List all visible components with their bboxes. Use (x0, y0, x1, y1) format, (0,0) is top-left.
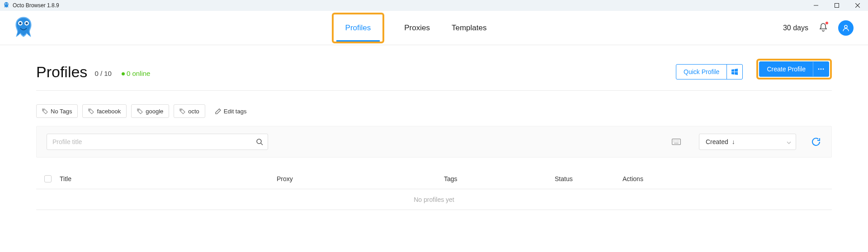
table-header-row: Title Proxy Tags Status Actions (36, 168, 832, 189)
sort-direction-icon: ↓ (732, 138, 735, 145)
refresh-button[interactable] (811, 136, 821, 147)
tag-chip-facebook[interactable]: facebook (82, 104, 127, 118)
tab-highlight: Profiles (332, 13, 385, 43)
search-panel: Created ↓ (36, 126, 832, 158)
notifications-button[interactable] (819, 23, 827, 33)
account-avatar-button[interactable] (838, 20, 854, 36)
svg-point-13 (43, 109, 44, 110)
tag-chip-label: google (146, 108, 163, 115)
online-label: 0 online (127, 70, 151, 77)
svg-point-12 (823, 69, 824, 70)
column-header-proxy[interactable]: Proxy (277, 175, 444, 182)
window-titlebar: Octo Browser 1.8.9 (0, 0, 868, 11)
tab-templates[interactable]: Templates (450, 13, 488, 43)
svg-rect-4 (835, 4, 839, 8)
tag-chip-no-tags[interactable]: No Tags (36, 104, 78, 118)
tag-icon (179, 108, 185, 114)
pencil-icon (215, 108, 221, 114)
svg-point-7 (19, 22, 21, 24)
tag-chip-google[interactable]: google (131, 104, 169, 118)
svg-point-9 (844, 25, 847, 28)
window-maximize-button[interactable] (826, 0, 847, 11)
tab-profiles[interactable]: Profiles (334, 14, 383, 42)
quick-profile-button-group: Quick Profile (676, 64, 743, 79)
tag-chip-label: octo (188, 108, 199, 115)
column-header-tags[interactable]: Tags (444, 175, 555, 182)
tab-proxies[interactable]: Proxies (402, 13, 432, 43)
tag-icon (137, 108, 143, 114)
keyboard-icon (672, 139, 681, 145)
windows-icon (731, 69, 738, 75)
search-icon (256, 138, 263, 145)
create-profile-button-group: Create Profile (759, 61, 829, 77)
tag-filter-row: No Tags facebook google octo Edit tags (36, 91, 832, 118)
page-title: Profiles (36, 64, 87, 79)
quick-profile-os-button[interactable] (726, 65, 742, 79)
svg-point-17 (257, 139, 261, 144)
edit-tags-label: Edit tags (224, 108, 247, 115)
keyboard-shortcut-button[interactable] (672, 139, 681, 145)
svg-point-8 (25, 22, 28, 24)
profiles-table: Title Proxy Tags Status Actions No profi… (36, 168, 832, 210)
online-counter: 0 online (119, 70, 151, 79)
tag-chip-label: facebook (97, 108, 121, 115)
svg-point-14 (90, 109, 90, 110)
window-minimize-button[interactable] (806, 0, 826, 11)
svg-point-11 (821, 69, 822, 70)
column-header-status[interactable]: Status (555, 175, 623, 182)
app-logo (10, 14, 37, 42)
more-dots-icon (818, 68, 824, 70)
sort-label: Created (706, 138, 728, 145)
create-profile-highlight: Create Profile (756, 59, 832, 79)
edit-tags-button[interactable]: Edit tags (210, 104, 252, 118)
app-header: Profiles Proxies Templates 30 days (0, 11, 868, 45)
tag-chip-label: No Tags (51, 108, 72, 115)
chevron-down-icon (787, 138, 791, 145)
window-title: Octo Browser 1.8.9 (13, 2, 59, 9)
table-empty-row: No profiles yet (36, 189, 832, 210)
notification-dot-icon (826, 22, 828, 24)
svg-point-2 (5, 4, 5, 4)
tag-chip-octo[interactable]: octo (174, 104, 205, 118)
quick-profile-button[interactable]: Quick Profile (676, 65, 726, 79)
create-profile-button[interactable]: Create Profile (760, 62, 813, 76)
svg-point-10 (818, 69, 820, 70)
main-tabs: Profiles Proxies Templates (332, 13, 489, 43)
svg-point-16 (181, 109, 182, 110)
tag-icon (42, 108, 48, 114)
search-box[interactable] (47, 134, 268, 150)
window-close-button[interactable] (847, 0, 868, 11)
refresh-icon (811, 136, 821, 147)
profile-counter: 0 / 10 (94, 70, 112, 79)
search-input[interactable] (52, 138, 252, 146)
select-all-checkbox[interactable] (44, 175, 52, 182)
page-top-row: Profiles 0 / 10 0 online Quick Profile C… (36, 59, 832, 91)
create-profile-more-button[interactable] (813, 62, 829, 76)
trial-days-label: 30 days (783, 24, 808, 32)
tag-icon (88, 108, 94, 114)
app-icon (3, 2, 10, 9)
column-header-actions: Actions (623, 175, 832, 182)
svg-point-15 (138, 109, 139, 110)
sort-select[interactable]: Created ↓ (699, 134, 796, 150)
svg-point-3 (7, 4, 7, 4)
online-dot-icon (122, 72, 125, 75)
column-header-title[interactable]: Title (60, 175, 277, 182)
